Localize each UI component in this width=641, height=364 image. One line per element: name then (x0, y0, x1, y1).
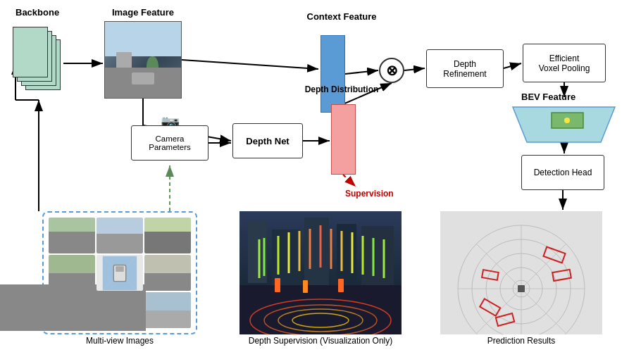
backbone-label: Backbone (15, 7, 59, 18)
svg-rect-48 (275, 278, 280, 292)
voxel-pooling-label: EfficientVoxel Pooling (539, 54, 590, 73)
svg-rect-30 (116, 266, 124, 272)
depth-dist-rect (331, 104, 356, 175)
svg-point-33 (278, 309, 363, 332)
depth-net-box: Depth Net (232, 123, 303, 158)
svg-point-34 (292, 313, 349, 327)
multiview-images-grid (46, 215, 194, 331)
depth-refinement-box: DepthRefinement (426, 49, 504, 88)
backbone-stack (15, 27, 63, 97)
detection-head-label: Detection Head (534, 168, 592, 177)
prediction-results-label: Prediction Results (440, 336, 602, 360)
svg-line-13 (504, 63, 521, 68)
depth-supervision-image (239, 211, 402, 334)
svg-rect-60 (518, 285, 525, 292)
bev-plane-svg (506, 93, 622, 149)
voxel-pooling-box: EfficientVoxel Pooling (523, 44, 606, 82)
depth-refinement-label: DepthRefinement (443, 59, 486, 79)
image-feature-box (104, 21, 182, 99)
diagram-container: Backbone Image Feature 📷 CameraParameter… (0, 0, 641, 364)
multiply-icon: ⊗ (386, 62, 398, 79)
camera-params-box: CameraParameters (131, 125, 209, 161)
svg-line-4 (182, 60, 318, 69)
multiview-label: Multi-view Images (46, 336, 194, 360)
prediction-results-image (440, 211, 602, 334)
svg-rect-65 (482, 270, 499, 280)
detection-head-box: Detection Head (521, 155, 604, 190)
svg-rect-63 (480, 299, 500, 315)
context-feature-rect (320, 35, 345, 113)
image-feature-label: Image Feature (104, 7, 182, 18)
svg-point-24 (564, 118, 570, 123)
context-feature-label: Context Feature (303, 11, 380, 22)
svg-line-12 (404, 68, 425, 70)
supervision-label: Supervision (345, 189, 394, 199)
svg-line-19 (343, 175, 356, 187)
depth-net-label: Depth Net (246, 136, 289, 146)
depth-dist-label: Depth Distribution (303, 84, 380, 94)
svg-rect-49 (303, 280, 308, 293)
camera-params-label: CameraParameters (149, 134, 190, 151)
depth-supervision-label: Depth Supervision (Visualization Only) (239, 336, 402, 360)
multiply-symbol: ⊗ (379, 58, 404, 83)
svg-line-10 (345, 70, 378, 74)
svg-rect-50 (338, 279, 344, 292)
